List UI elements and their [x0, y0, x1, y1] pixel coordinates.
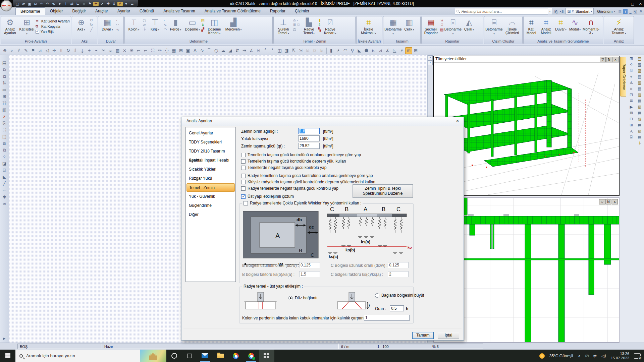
edge-l-icon[interactable]: ⌐	[297, 18, 300, 22]
right-toolbar-icon[interactable]: ▤	[638, 135, 641, 139]
checkbox-row[interactable]: Radye temellerin taşıma gücü kontrolünü …	[241, 173, 375, 178]
toolbar-icon[interactable]: ◺	[391, 47, 398, 54]
right-toolbar-icon[interactable]: ▨	[638, 93, 641, 97]
toolbar-icon[interactable]: ⨯	[121, 47, 128, 54]
search-highlight-art[interactable]	[140, 350, 166, 362]
beam-arc-icon[interactable]: ◠	[164, 27, 167, 32]
wall-arc-icon[interactable]: ◠	[116, 23, 119, 27]
right-toolbar-icon[interactable]: ⊡	[630, 93, 633, 97]
report-add-icon[interactable]: ⍈	[440, 18, 443, 22]
status-unit[interactable]: tf / m	[339, 344, 375, 349]
ribbon-tab[interactable]: Analiz ve Tasarım Görüntüleme	[200, 7, 265, 15]
toolbar-icon[interactable]: ⚲	[349, 47, 356, 54]
dialog-nav-item[interactable]: TBDY 2018 Tasarım Spekt...	[186, 147, 235, 156]
right-toolbar-icon[interactable]: ⊞	[630, 56, 633, 61]
display-icon[interactable]: ⎚	[585, 354, 589, 358]
toolbar-icon[interactable]: ≛	[269, 47, 276, 54]
moment-button[interactable]: ∩Moment 3-3	[582, 17, 600, 38]
toolbar-icon[interactable]: ⊕	[1, 47, 8, 54]
right-toolbar-icon[interactable]: ▧	[638, 105, 641, 109]
aks-button[interactable]: ⊕ Aks	[73, 17, 89, 38]
toolbar-icon[interactable]: ⌯	[107, 47, 114, 54]
iskele-makrosu-button[interactable]: ⌗İskele Makrosu	[358, 17, 380, 38]
toolbar-icon[interactable]: ▣	[184, 47, 192, 54]
ribbon-tab[interactable]: Değiştir	[67, 7, 91, 15]
wall-corner-icon[interactable]: ⌐	[116, 18, 119, 22]
left-toolbar-icon[interactable]: ✾	[3, 194, 6, 199]
left-toolbar-icon[interactable]: ⎘	[3, 121, 6, 126]
dialog-nav-item[interactable]: Genel Ayarlar	[186, 129, 235, 138]
kat-kopyala-button[interactable]: ⧉Kat Kopyala	[36, 24, 70, 28]
toolbar-icon[interactable]: ∡	[384, 47, 391, 54]
perde-button[interactable]: ▮Perde	[168, 17, 184, 38]
right-toolbar-icon[interactable]: ≣	[630, 99, 633, 103]
toolbar-icon[interactable]: ⚡	[398, 47, 405, 54]
kati-model-button[interactable]: ⌗Katı Model	[525, 17, 538, 38]
scroll-up-icon[interactable]: ∧	[428, 55, 433, 60]
rapor-onizleme-tab[interactable]: Rapor Önizleme	[620, 57, 626, 97]
single-footing-icon[interactable]: ⍝	[293, 18, 296, 22]
right-toolbar-icon[interactable]: ▧	[638, 80, 641, 85]
tasarim-celik-button[interactable]: ▥Çelik	[402, 17, 416, 38]
ust-yapi-checkbox[interactable]: Üst yapı etkileşimli çözüm	[241, 194, 294, 199]
analiz-tasarim-button[interactable]: ⚡Analiz Tasarım	[609, 17, 628, 38]
dialog-nav-item[interactable]: Güçlendirme	[186, 201, 235, 210]
network-icon[interactable]: ⇄	[593, 354, 597, 358]
report-add2-icon[interactable]: ⍇	[440, 23, 443, 27]
toolbar-icon[interactable]: ⚡	[335, 47, 342, 54]
surekli-temel-button[interactable]: ⊥Sürekli Temel	[275, 17, 292, 38]
toolbar-icon[interactable]: ✛	[51, 47, 58, 54]
clock[interactable]: 13:26 15.07.2022	[611, 352, 629, 360]
cizim-betonarme-button[interactable]: ⌸Betonarme	[485, 17, 503, 38]
radye-temel-button[interactable]: ▙Radye Temel	[301, 17, 317, 38]
toolbar-icon[interactable]: ⊞	[405, 47, 412, 54]
pane-restore-icon[interactable]: ◱	[634, 9, 637, 14]
right-toolbar-icon[interactable]: ⌸	[630, 135, 632, 139]
right-toolbar-icon[interactable]: ▤	[638, 74, 641, 79]
edge-bell-icon[interactable]: ⍄	[297, 23, 300, 27]
toolbar-icon[interactable]: ⊞	[177, 47, 184, 54]
b-len-input[interactable]: 0.125	[299, 262, 320, 268]
command-search-input[interactable]	[455, 9, 548, 13]
checkbox-row[interactable]: Kirişsiz radyelerin taşıma gücü kontrolü…	[241, 180, 375, 184]
toolbar-icon[interactable]: ▮	[328, 47, 335, 54]
raft-corner-icon[interactable]: ▚	[318, 27, 321, 32]
b-fac-input[interactable]: 1.5	[299, 271, 320, 277]
ribbon-tab[interactable]: Araçlar	[91, 7, 113, 15]
left-toolbar-icon[interactable]: ⧉	[3, 67, 6, 72]
close-icon[interactable]: ✕	[639, 2, 642, 6]
checkbox-row[interactable]: Temellerin taşıma gücü kontrolünde depre…	[241, 159, 361, 164]
left-toolbar-icon[interactable]: ⧉	[3, 147, 6, 153]
toolbar-icon[interactable]: ∿	[199, 47, 206, 54]
dialog-nav-item[interactable]: TBDY Seçenekleri	[186, 138, 235, 147]
toolbar-icon[interactable]: ○	[213, 47, 220, 54]
kolon-button[interactable]: ⌶Kolon	[126, 17, 142, 38]
yatak-katsayisi-input[interactable]: 1680	[298, 135, 320, 141]
kat-listesi-button[interactable]: ⊞ Kat listesi	[19, 17, 35, 38]
filter-icon[interactable]: ▽	[600, 57, 606, 62]
duz-baglanti-radio[interactable]: Düz bağlantı	[288, 296, 317, 300]
chrome-button[interactable]	[228, 350, 244, 362]
checkbox-row[interactable]: Temellerde negatif taşıma gücü kontrolü …	[241, 165, 361, 170]
toolbar-icon[interactable]: ⇩	[72, 47, 79, 54]
radye-kenari-button[interactable]: ⍁Radye Kenarı	[322, 17, 338, 38]
gorunum-duvar-button[interactable]: ⌗Duvar	[554, 17, 568, 38]
left-toolbar-icon[interactable]: ⌐	[3, 188, 6, 193]
toolbar-icon[interactable]: ◢	[227, 47, 234, 54]
status-percent[interactable]: % 3	[430, 344, 483, 349]
left-toolbar-icon[interactable]: ╱	[3, 181, 6, 186]
toolbar-icon[interactable]: ⌕	[8, 47, 15, 54]
secmeli-raporlar-button[interactable]: ▤Seçmeli Raporlar	[423, 17, 439, 38]
merdiven-button[interactable]: ▟Merdiven	[224, 17, 243, 38]
toolbar-icon[interactable]: ⇱	[290, 47, 297, 54]
pile-icon[interactable]: Ⅲ	[293, 23, 296, 27]
oran-input[interactable]: 0.5	[390, 305, 404, 311]
poly-column-icon[interactable]: ▱	[143, 23, 146, 27]
doseme-button[interactable]: ▭Döşeme	[184, 17, 201, 38]
ribbon-tab[interactable]: Ayarlar	[113, 7, 135, 15]
zemin-tipini-duzenle-button[interactable]: Zemin Tipini & Tepki Spektrumunu Düzenle	[353, 184, 413, 198]
right-toolbar-icon[interactable]: ▤	[638, 111, 641, 115]
right-toolbar-icon[interactable]: ⊞	[630, 123, 633, 127]
kalinlik-input[interactable]: 1	[364, 315, 410, 321]
beam-corner-icon[interactable]: ⌐	[164, 18, 167, 22]
